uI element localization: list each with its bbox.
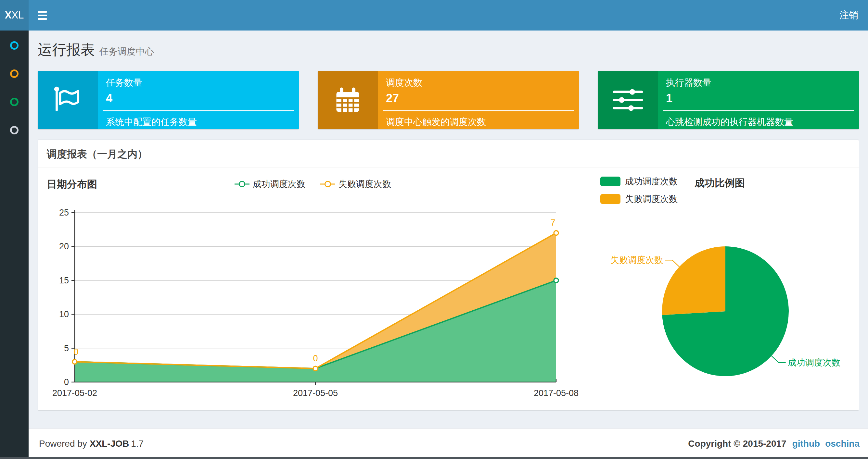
stat-value: 27	[386, 92, 574, 105]
sidebar	[0, 31, 29, 459]
legend-label: 成功调度次数	[253, 178, 305, 190]
product-name: XXL-JOB	[90, 438, 129, 449]
point-label: 0	[313, 354, 318, 363]
logo-rest: XL	[11, 9, 24, 21]
top-navbar: XXL 注销	[0, 0, 868, 31]
stat-label: 任务数量	[106, 76, 294, 89]
date-distribution-chart[interactable]: 25 20 15 10 5 0 2017-05-02 2017-05-05 20…	[47, 199, 586, 413]
x-tick: 2017-05-08	[534, 388, 579, 398]
point-label: 0	[73, 347, 78, 357]
fail-slice[interactable]	[662, 247, 725, 315]
success-label-line	[772, 356, 786, 363]
panel-title: 调度报表（一月之内）	[47, 149, 148, 160]
x-tick: 2017-05-05	[293, 388, 338, 398]
trigger-count-box: 调度次数 27 调度中心触发的调度次数	[318, 71, 579, 129]
fail-slice-label: 失败调度次数	[610, 255, 663, 265]
sidebar-item-report[interactable]	[0, 41, 29, 69]
calendar-icon	[318, 71, 378, 129]
stat-desc: 调度中心触发的调度次数	[386, 116, 574, 128]
footer: Powered byXXL-JOB1.7 Copyright © 2015-20…	[29, 428, 868, 459]
fail-label-line	[665, 260, 679, 267]
y-tick: 5	[64, 343, 69, 353]
sliders-icon	[598, 71, 658, 129]
fail-point[interactable]	[313, 366, 318, 371]
job-count-box: 任务数量 4 系统中配置的任务数量	[38, 71, 299, 129]
stat-label: 执行器数量	[666, 76, 854, 89]
copyright-text: Copyright © 2015-2017	[688, 438, 786, 449]
point-label: 7	[550, 218, 555, 228]
sidebar-toggle-icon[interactable]	[38, 8, 53, 23]
legend-label: 成功调度次数	[625, 175, 678, 187]
legend-label: 失败调度次数	[339, 178, 391, 190]
line-chart-legend: 成功调度次数 失败调度次数	[235, 178, 391, 190]
sidebar-item-job[interactable]	[0, 69, 29, 98]
success-point[interactable]	[554, 278, 558, 283]
stat-value: 4	[106, 92, 294, 105]
executor-count-box: 执行器数量 1 心跳检测成功的执行器机器数量	[598, 71, 859, 129]
logo-bold: X	[5, 9, 12, 21]
stat-label: 调度次数	[386, 76, 574, 89]
page-subtitle: 任务调度中心	[99, 45, 154, 58]
page-title: 运行报表	[38, 40, 95, 59]
y-tick: 15	[59, 275, 69, 285]
fail-point[interactable]	[554, 231, 558, 235]
schedule-report-panel: 调度报表（一月之内） 日期分布图 成功调度次数	[38, 139, 859, 410]
sidebar-item-executor[interactable]	[0, 98, 29, 126]
success-ratio-pie-chart[interactable]: 失败调度次数 成功调度次数	[585, 199, 859, 407]
y-tick: 20	[59, 241, 69, 251]
stat-desc: 系统中配置的任务数量	[106, 116, 294, 128]
line-legend-icon	[235, 181, 249, 188]
app-logo[interactable]: XXL	[0, 0, 29, 31]
y-tick: 10	[59, 309, 69, 319]
legend-item-fail[interactable]: 失败调度次数	[320, 178, 391, 190]
circle-icon	[10, 98, 19, 106]
stat-value: 1	[666, 92, 854, 105]
sidebar-item-help[interactable]	[0, 126, 29, 154]
circle-icon	[10, 69, 19, 78]
y-tick: 25	[59, 208, 69, 218]
oschina-link[interactable]: oschina	[825, 438, 860, 449]
legend-item-success[interactable]: 成功调度次数	[600, 175, 678, 187]
x-tick: 2017-05-02	[52, 388, 97, 398]
circle-icon	[10, 126, 19, 134]
content-area: 运行报表 任务调度中心 任务数量 4	[29, 31, 868, 428]
success-slice-label: 成功调度次数	[788, 358, 840, 367]
stat-desc: 心跳检测成功的执行器机器数量	[666, 116, 854, 128]
github-link[interactable]: github	[792, 438, 820, 449]
pie-chart-title: 成功比例图	[694, 176, 745, 190]
circle-icon	[10, 41, 19, 50]
window-bottom-edge	[0, 457, 868, 459]
line-legend-icon	[320, 181, 335, 188]
y-tick: 0	[64, 377, 69, 387]
powered-by-text: Powered byXXL-JOB1.7	[39, 438, 144, 449]
page-head: 运行报表 任务调度中心	[38, 40, 859, 62]
logout-link[interactable]: 注销	[839, 9, 858, 22]
flag-icon	[38, 71, 98, 129]
legend-item-success[interactable]: 成功调度次数	[235, 178, 305, 190]
product-version: 1.7	[131, 438, 144, 449]
green-swatch-icon	[600, 176, 620, 186]
line-chart-title: 日期分布图	[47, 177, 97, 191]
fail-point[interactable]	[72, 359, 77, 364]
